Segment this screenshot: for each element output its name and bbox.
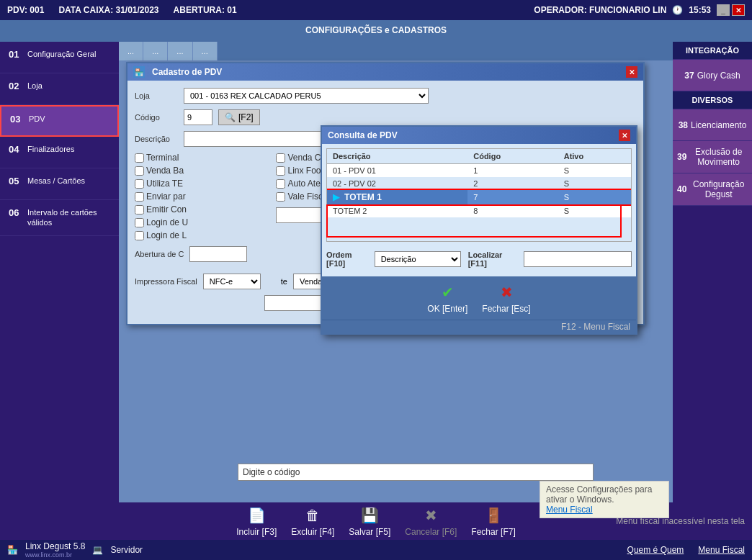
table-row[interactable]: 02 - PDV 02 2 S [327, 177, 631, 190]
ordem-select[interactable]: Descrição [375, 251, 461, 267]
config-degust-item[interactable]: 40 Configuração Degust [673, 173, 752, 206]
sidebar-num-05: 05 [9, 176, 23, 186]
nav-tab-3[interactable]: ... [168, 42, 192, 60]
glory-cash-label: Glory Cash [697, 71, 740, 81]
abertura-input[interactable] [189, 246, 247, 262]
terminal-label: Terminal [146, 153, 179, 163]
close-button[interactable]: ✕ [732, 4, 745, 16]
main-title: CONFIGURAÇÕES e CADASTROS [305, 25, 447, 35]
salvar-button[interactable]: 💾 Salvar [F5] [349, 505, 390, 537]
valefiscal-checkbox[interactable] [276, 192, 285, 202]
row4-desc: TOTEM 2 [327, 204, 467, 217]
loginu-label: Login de U [146, 217, 188, 227]
fechar-toolbar-button[interactable]: 🚪 Fechar [F7] [471, 505, 515, 537]
table-row[interactable]: ▶ TOTEM 1 7 S [327, 190, 631, 204]
sidebar-num-06: 06 [9, 207, 23, 218]
sidebar-item-config-geral[interactable]: 01 Configuração Geral [0, 42, 119, 73]
utilizate-checkbox-row: Utiliza TE [135, 179, 247, 189]
nav-tab-2[interactable]: ... [143, 42, 168, 60]
ok-button[interactable]: ✔ OK [Enter] [427, 282, 467, 314]
cancelar-button[interactable]: ✖ Cancelar [F6] [405, 505, 457, 537]
app-name: Linx Degust 5.8 [25, 541, 85, 551]
app-icon: 🏪 [7, 545, 18, 555]
sidebar-item-loja[interactable]: 02 Loja [0, 73, 119, 105]
localizar-label: Localizar [F11] [468, 250, 516, 268]
loginl-checkbox-row: Login de L [135, 230, 247, 240]
integracao-header: INTEGRAÇÃO [673, 42, 752, 60]
enviar-checkbox-row: Enviar par [135, 191, 247, 202]
clock-icon: 🕐 [672, 5, 683, 15]
loginu-checkbox[interactable] [135, 218, 144, 227]
nav-tab-4[interactable]: ... [193, 42, 218, 60]
salvar-label: Salvar [F5] [349, 527, 390, 537]
autoatend-checkbox[interactable] [276, 179, 285, 189]
utilizate-checkbox[interactable] [135, 179, 144, 189]
sidebar-item-mesas[interactable]: 05 Mesas / Cartões [0, 168, 119, 200]
exclusao-item[interactable]: 39 Exclusão de Movimento [673, 141, 752, 173]
vendaba-checkbox[interactable] [135, 166, 144, 176]
menu-fiscal-link[interactable]: Menu Fiscal [698, 545, 745, 555]
sidebar-item-finalizadores[interactable]: 04 Finalizadores [0, 137, 119, 168]
row3-ativo: S [558, 190, 631, 204]
server-icon: 💻 [92, 545, 103, 555]
linxfood-checkbox[interactable] [276, 166, 285, 176]
ok-label: OK [Enter] [427, 304, 467, 314]
terminal-checkbox[interactable] [135, 153, 144, 163]
vendaba-checkbox-row: Venda Ba [135, 166, 247, 176]
cancelar-icon: ✖ [421, 505, 441, 525]
venda-cliente-checkbox[interactable] [276, 153, 285, 163]
sidebar-item-intervalo[interactable]: 06 Intervalo de cartões válidos [0, 200, 119, 236]
item-num-39: 39 [677, 152, 686, 162]
consulta-footer: Ordem [F10] Descrição Localizar [F11] [322, 246, 636, 276]
loja-select[interactable]: 001 - 0163 REX CALCADAO PERU5 [184, 88, 429, 104]
status-input-text: Digite o código [243, 467, 300, 477]
impressora-select[interactable]: NFC-e [203, 274, 261, 289]
sidebar-label-mesas: Mesas / Cartões [27, 176, 85, 186]
localizar-input[interactable] [524, 251, 632, 267]
table-row[interactable]: 01 - PDV 01 1 S [327, 164, 631, 178]
excluir-button[interactable]: 🗑 Excluir [F4] [291, 505, 334, 537]
consulta-actions: ✔ OK [Enter] ✖ Fechar [Esc] [322, 276, 636, 320]
right-sidebar: INTEGRAÇÃO 37 Glory Cash DIVERSOS 38 Lic… [673, 42, 752, 518]
codigo-row: Código 🔍 [F2] [135, 109, 636, 125]
salvar-icon: 💾 [359, 505, 380, 525]
pdv-table-wrapper[interactable]: Descrição Código Ativo 01 - PDV 01 1 [326, 148, 632, 242]
codigo-input[interactable] [184, 109, 212, 125]
search-button[interactable]: 🔍 [F2] [218, 109, 260, 125]
nav-tab-1[interactable]: ... [119, 42, 143, 60]
pdv-table-container: Descrição Código Ativo 01 - PDV 01 1 [326, 148, 632, 242]
sidebar-item-pdv[interactable]: 03 PDV [0, 105, 119, 137]
table-row[interactable]: TOTEM 2 8 S [327, 204, 631, 217]
descricao-label: Descrição [135, 135, 178, 143]
status-bar: PDV: 001 DATA CAIXA: 31/01/2023 ABERTURA… [0, 0, 752, 20]
enviar-checkbox[interactable] [135, 192, 144, 202]
cancelar-label: Cancelar [F6] [405, 527, 457, 537]
col-ativo: Ativo [558, 149, 631, 164]
consulta-close-button[interactable]: ✕ [619, 130, 630, 141]
glory-cash-item[interactable]: 37 Glory Cash [673, 60, 752, 91]
cadastro-close-button[interactable]: ✕ [626, 66, 637, 78]
minimize-button[interactable]: _ [717, 4, 730, 16]
row1-codigo: 1 [467, 164, 558, 178]
server-label: Servidor [110, 545, 143, 555]
fechar-icon: ✖ [496, 282, 516, 302]
bottom-status-bar: 🏪 Linx Degust 5.8 www.linx.com.br 💻 Serv… [0, 540, 752, 560]
licenciamento-item[interactable]: 38 Licenciamento [673, 109, 752, 141]
fechar-label: Fechar [Esc] [482, 304, 530, 314]
config-degust-label: Configuração Degust [689, 179, 748, 199]
abertura-row: Abertura de C [135, 246, 247, 262]
cadastro-title-bar: 🏪 Cadastro de PDV ✕ [127, 63, 643, 81]
quem-e-quem-link[interactable]: Quem é Quem [627, 545, 684, 555]
utilizate-label: Utiliza TE [146, 179, 183, 189]
ok-icon: ✔ [437, 282, 457, 302]
loginl-checkbox[interactable] [135, 231, 144, 240]
nav-tabs: ... ... ... ... [119, 42, 673, 60]
consulta-title-label: Consulta de PDV [328, 130, 398, 140]
incluir-button[interactable]: 📄 Incluir [F3] [236, 505, 277, 537]
excluir-icon: 🗑 [303, 505, 323, 525]
exclusao-label: Exclusão de Movimento [689, 147, 748, 167]
fechar-button[interactable]: ✖ Fechar [Esc] [482, 282, 530, 314]
incluir-label: Incluir [F3] [236, 527, 277, 537]
ordem-row: Ordem [F10] Descrição Localizar [F11] [326, 250, 632, 268]
emitir-checkbox[interactable] [135, 205, 144, 214]
